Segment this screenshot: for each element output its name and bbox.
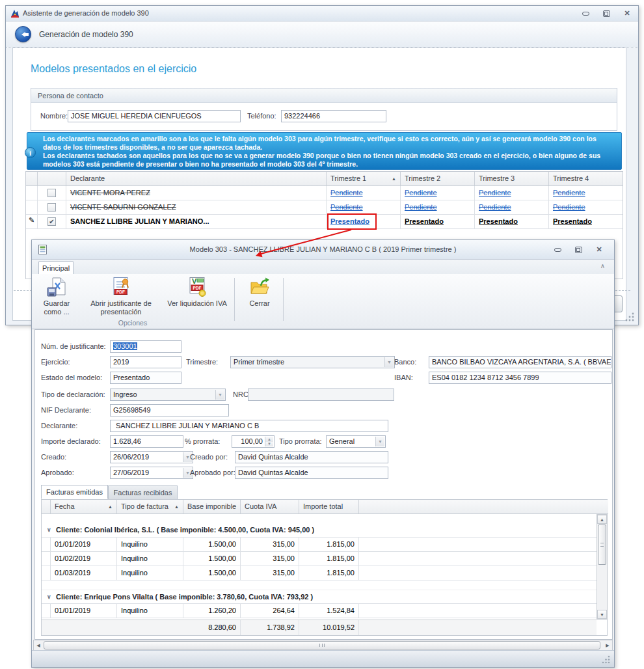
nombre-field[interactable]: JOSE MIGUEL HEREDIA CIENFUEGOS — [68, 110, 241, 122]
minimize-icon[interactable] — [550, 245, 565, 254]
nif-field[interactable]: G25698549 — [110, 404, 229, 416]
abrir-justificante-button[interactable]: PDF Abrir justificante de presentación — [80, 277, 162, 322]
collapse-group-icon[interactable]: ∨ — [47, 526, 51, 533]
row2-t3-link[interactable]: Pendiente — [479, 203, 511, 211]
row3-t2-link[interactable]: Presentado — [405, 217, 444, 225]
scroll-right-icon[interactable]: ▶ — [603, 640, 612, 650]
row2-t2-link[interactable]: Pendiente — [405, 203, 437, 211]
tipo-prorrata-select[interactable]: General ▼ — [326, 435, 386, 448]
chevron-down-icon[interactable]: ▼ — [375, 437, 384, 446]
modelo303-titlebar: Modelo 303 - SANCHEZ LLIBRE JULIAN Y MAR… — [32, 240, 614, 260]
guardar-como-button[interactable]: Guardar como ... — [36, 277, 77, 322]
maximize-icon[interactable] — [599, 8, 613, 18]
row3-t1-link[interactable]: Presentado — [330, 217, 369, 225]
col-importe-total[interactable]: Importe total — [299, 500, 359, 513]
creado-date-picker[interactable]: 26/06/2019 ▼ — [110, 451, 193, 463]
col-cuota-iva[interactable]: Cuota IVA — [241, 500, 299, 513]
scroll-up-icon[interactable]: ▲ — [597, 515, 607, 524]
group-row-cliente2[interactable]: ∨ Cliente: Enrique Pons Vilalta ( Base i… — [42, 590, 597, 604]
col-base-imponible[interactable]: Base imponible — [183, 500, 241, 513]
resize-grip-icon[interactable] — [625, 312, 635, 322]
nombre-label: Nombre: — [40, 112, 68, 120]
horizontal-scrollbar[interactable]: ◀ ▶ — [33, 640, 613, 651]
row3-t3-link[interactable]: Presentado — [479, 217, 518, 225]
group-row-cliente1[interactable]: ∨ Cliente: Colonial Ibérica, S.L. ( Base… — [42, 523, 597, 538]
estado-field[interactable]: Presentado — [110, 372, 181, 384]
row1-t2-link[interactable]: Pendiente — [405, 189, 437, 197]
row2-t4-link[interactable]: Pendiente — [553, 203, 585, 211]
spin-up-icon[interactable]: ▲ — [265, 437, 273, 442]
row2-checkbox[interactable] — [47, 203, 56, 212]
factura-row[interactable]: 01/01/2019 Inquilino 1.260,20 264,64 1.5… — [42, 604, 597, 618]
close-icon[interactable]: ✕ — [620, 8, 634, 18]
tab-principal[interactable]: Principal — [38, 261, 74, 274]
sort-asc-icon: ▲ — [174, 504, 179, 509]
row1-checkbox[interactable] — [47, 189, 56, 197]
tab-facturas-emitidas[interactable]: Facturas emitidas — [41, 485, 108, 499]
chevron-down-icon[interactable]: ▼ — [384, 357, 394, 367]
total-importe: 10.019,52 — [299, 620, 359, 635]
factura-row[interactable]: 01/01/2019 Inquilino 1.500,00 315,00 1.8… — [42, 538, 597, 552]
row1-t4-link[interactable]: Pendiente — [553, 189, 585, 197]
nrc-field[interactable] — [248, 389, 394, 401]
row2-t1-link[interactable]: Pendiente — [330, 203, 363, 211]
num-justificante-field[interactable]: 303001 — [110, 340, 181, 353]
col-trimestre3[interactable]: Trimestre 3 — [475, 172, 549, 185]
horizontal-scrollbar-thumb[interactable] — [44, 641, 600, 649]
modelo303-title: Modelo 303 - SANCHEZ LLIBRE JULIAN Y MAR… — [32, 245, 614, 253]
scroll-left-icon[interactable]: ◀ — [34, 640, 43, 650]
chevron-down-icon[interactable]: ▼ — [215, 390, 224, 400]
row3-checkbox[interactable]: ✔ — [47, 217, 56, 226]
tipo-declaracion-label: Tipo de declaración: — [41, 390, 105, 398]
contact-group-label: Persona de contacto — [31, 89, 617, 103]
collapse-group-icon[interactable]: ∨ — [47, 594, 51, 600]
col-trimestre2[interactable]: Trimestre 2 — [401, 172, 475, 185]
cerrar-button[interactable]: Cerrar — [240, 277, 279, 322]
prorrata-stepper[interactable]: 100,00 ▲ ▼ — [232, 435, 275, 448]
ejercicio-field[interactable]: 2019 — [110, 356, 181, 368]
info-line-1: Los declarantes marcados en amarillo son… — [43, 135, 615, 152]
declarante-field[interactable]: SANCHEZ LLIBRE JULIAN Y MARIANO C B — [110, 420, 388, 432]
importe-field[interactable]: 1.628,46 — [110, 435, 183, 448]
col-declarante[interactable]: Declarante — [66, 172, 327, 185]
collapse-ribbon-icon[interactable]: ∧ — [600, 262, 605, 269]
factura-row[interactable]: 01/03/2019 Inquilino 1.500,00 315,00 1.8… — [42, 566, 597, 580]
ver-liquidacion-button[interactable]: V PDF Ver liquidación IVA — [165, 277, 230, 322]
telefono-field[interactable]: 932224466 — [281, 110, 386, 122]
back-button[interactable] — [15, 26, 31, 42]
vertical-scrollbar[interactable]: ▲ ▼ — [597, 514, 608, 620]
scroll-down-icon[interactable]: ▼ — [597, 610, 607, 619]
trimestre-select[interactable]: Primer trimestre ▼ — [230, 356, 395, 368]
row3-t4-link[interactable]: Presentado — [553, 217, 592, 225]
spin-down-icon[interactable]: ▼ — [265, 442, 273, 447]
svg-text:PDF: PDF — [116, 290, 125, 294]
vertical-scrollbar-thumb[interactable] — [598, 525, 606, 565]
col-fecha[interactable]: Fecha ▲ — [51, 500, 117, 513]
tipo-declaracion-select[interactable]: Ingreso ▼ — [110, 389, 226, 401]
minimize-icon[interactable] — [578, 8, 593, 18]
table-row: ✎ ✔ SANCHEZ LLIBRE JULIAN Y MARIANO... P… — [26, 215, 623, 229]
aprobado-date-picker[interactable]: 27/06/2019 ▼ — [110, 467, 193, 479]
factura-row[interactable]: 01/02/2019 Inquilino 1.500,00 315,00 1.8… — [42, 552, 597, 566]
toolbar-separator — [234, 278, 235, 321]
tab-facturas-recibidas[interactable]: Facturas recibidas — [108, 485, 178, 500]
declarantes-header-row: Declarante Trimestre 1 ▲ Trimestre 2 Tri… — [26, 172, 623, 186]
banco-field[interactable]: BANCO BILBAO VIZCAYA ARGENTARIA, S.A. ( … — [429, 356, 611, 368]
banco-label: Banco: — [394, 358, 416, 366]
maximize-icon[interactable] — [571, 245, 585, 254]
aprobado-por-field[interactable]: David Quintas Alcalde — [235, 467, 388, 479]
creado-por-field[interactable]: David Quintas Alcalde — [235, 451, 388, 463]
nav-header-label: Generación de modelo 390 — [39, 30, 133, 39]
facturas-table: Fecha ▲ Tipo de factura ▲ Base imponible… — [41, 499, 608, 636]
col-trimestre1[interactable]: Trimestre 1 ▲ — [327, 172, 401, 185]
row1-t3-link[interactable]: Pendiente — [479, 189, 511, 197]
col-tipo-factura[interactable]: Tipo de factura ▲ — [117, 500, 183, 513]
col-trimestre4[interactable]: Trimestre 4 — [549, 172, 623, 185]
main-titlebar: Asistente de generación de modelo 390 ✕ — [6, 6, 638, 21]
iban-field[interactable]: ES04 0182 1234 8712 3456 7899 — [429, 372, 611, 384]
close-icon[interactable]: ✕ — [592, 245, 606, 254]
prorrata-label: % prorrata: — [185, 437, 220, 445]
row1-t1-link[interactable]: Pendiente — [330, 189, 363, 197]
row3-declarante: SANCHEZ LLIBRE JULIAN Y MARIANO... — [66, 215, 327, 228]
resize-grip-icon[interactable] — [602, 655, 611, 664]
